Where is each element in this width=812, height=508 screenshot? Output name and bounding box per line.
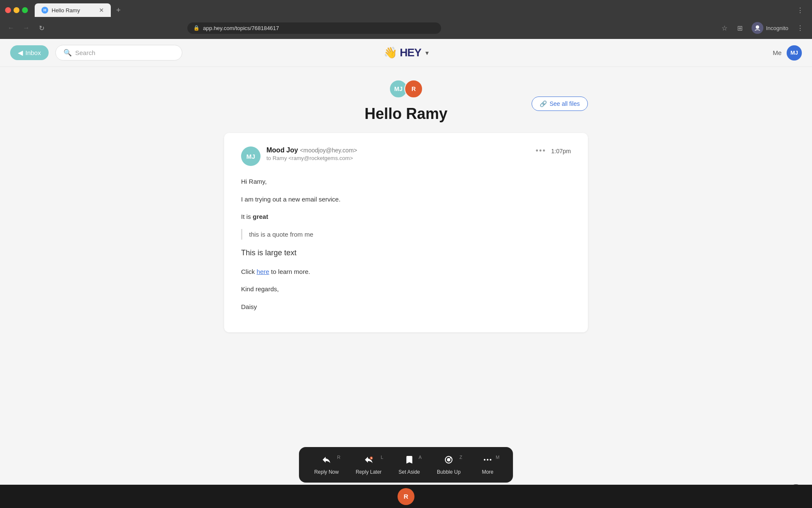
browser-chrome: H Hello Ramy ✕ + ⋮ ← → ↻ 🔒 app.hey.com/t…: [0, 0, 812, 39]
window-controls: [5, 7, 28, 13]
more-key: M: [496, 455, 499, 460]
svg-point-3: [447, 458, 450, 461]
bottom-toolbar: R Reply Now L Reply Later A Set Aside: [299, 447, 513, 483]
new-tab-button[interactable]: +: [112, 4, 124, 16]
more-label: More: [482, 469, 493, 475]
email-great-line: It is great: [241, 211, 571, 222]
bookmark-button[interactable]: ☆: [718, 21, 731, 35]
bottom-avatar: R: [398, 488, 414, 505]
participant-avatar-r: R: [404, 80, 423, 98]
close-tab-button[interactable]: ✕: [99, 7, 104, 14]
reply-now-icon: [321, 455, 332, 467]
active-tab[interactable]: H Hello Ramy ✕: [35, 3, 111, 17]
email-signoff: Kind regards,: [241, 284, 571, 295]
logo-text: HEY: [400, 46, 421, 59]
tab-title: Hello Ramy: [52, 7, 80, 14]
email-more-button[interactable]: •••: [535, 146, 546, 155]
inbox-label: Inbox: [25, 49, 41, 56]
email-quote: this is a quote from me: [241, 229, 571, 240]
user-avatar[interactable]: MJ: [787, 45, 802, 61]
see-all-files-button[interactable]: 🔗 See all files: [532, 97, 588, 111]
app-content: ◀ Inbox 🔍 Search 👋 HEY ▾ Me MJ 🔗 See all…: [0, 39, 812, 508]
back-button[interactable]: ←: [5, 22, 17, 34]
profile-icon: [752, 22, 763, 34]
sender-to: to Ramy <ramy@rocketgems.com>: [266, 155, 535, 161]
me-label: Me: [773, 49, 782, 56]
tab-menu-button[interactable]: ⋮: [793, 5, 807, 16]
minimize-window-button[interactable]: [14, 7, 19, 13]
reply-now-label: Reply Now: [314, 469, 339, 475]
url-text: app.hey.com/topics/768184617: [203, 25, 435, 31]
email-meta: ••• 1:07pm: [535, 146, 571, 155]
close-window-button[interactable]: [5, 7, 11, 13]
email-greeting: Hi Ramy,: [241, 176, 571, 187]
bold-great: great: [253, 213, 269, 220]
email-card: MJ Mood Joy <moodjoy@hey.com> to Ramy <r…: [224, 133, 588, 332]
address-bar: ← → ↻ 🔒 app.hey.com/topics/768184617 ☆ ⊞…: [0, 17, 812, 39]
svg-point-5: [484, 459, 486, 461]
reload-button[interactable]: ↻: [36, 22, 47, 34]
inbox-button[interactable]: ◀ Inbox: [10, 45, 49, 60]
set-aside-key: A: [419, 455, 422, 460]
sender-name: Mood Joy: [266, 146, 298, 154]
bubble-up-icon: [444, 455, 454, 467]
more-button[interactable]: M More: [471, 451, 505, 478]
hey-logo[interactable]: 👋 HEY ▾: [384, 46, 428, 59]
tab-favicon: H: [41, 7, 48, 14]
email-sender-name: Daisy: [241, 301, 571, 312]
set-aside-label: Set Aside: [398, 469, 420, 475]
paperclip-icon: 🔗: [540, 100, 547, 107]
reply-now-key: R: [337, 455, 340, 460]
profile-label: Incognito: [766, 25, 788, 31]
url-bar[interactable]: 🔒 app.hey.com/topics/768184617: [187, 22, 441, 34]
thread-area[interactable]: 🔗 See all files MJ R Hello Ramy MJ Mood …: [0, 67, 812, 508]
sender-name-line: Mood Joy <moodjoy@hey.com>: [266, 146, 535, 154]
email-intro: I am trying out a new email service.: [241, 194, 571, 205]
reply-later-label: Reply Later: [356, 469, 381, 475]
set-aside-icon: [404, 455, 414, 467]
sender-email: <moodjoy@hey.com>: [300, 147, 357, 154]
more-icon: [483, 455, 493, 467]
svg-point-6: [487, 459, 488, 461]
app-header: ◀ Inbox 🔍 Search 👋 HEY ▾ Me MJ: [0, 39, 812, 67]
email-time: 1:07pm: [551, 148, 571, 155]
thread-title: Hello Ramy: [365, 105, 447, 123]
maximize-window-button[interactable]: [22, 7, 28, 13]
reply-now-button[interactable]: R Reply Now: [307, 451, 346, 478]
extensions-button[interactable]: ⊞: [733, 21, 746, 35]
participants: MJ R: [389, 80, 423, 98]
browser-menu-button[interactable]: ⋮: [793, 21, 807, 35]
sender-avatar: MJ: [241, 146, 261, 166]
see-all-files-label: See all files: [549, 100, 580, 107]
email-body: Hi Ramy, I am trying out a new email ser…: [241, 176, 571, 312]
forward-button[interactable]: →: [20, 22, 32, 34]
svg-point-7: [490, 459, 491, 461]
search-icon: 🔍: [63, 49, 72, 57]
email-header: MJ Mood Joy <moodjoy@hey.com> to Ramy <r…: [241, 146, 571, 166]
search-placeholder: Search: [75, 49, 96, 56]
bubble-up-key: Z: [459, 455, 462, 460]
set-aside-button[interactable]: A Set Aside: [392, 451, 427, 478]
svg-point-4: [450, 457, 452, 458]
wave-icon: 👋: [384, 46, 397, 59]
reply-later-key: L: [381, 455, 383, 460]
sender-info: Mood Joy <moodjoy@hey.com> to Ramy <ramy…: [266, 146, 535, 161]
svg-point-0: [756, 25, 759, 29]
chevron-down-icon: ▾: [425, 50, 428, 56]
tab-bar: H Hello Ramy ✕ + ⋮: [0, 0, 812, 17]
email-large-text: This is large text: [241, 246, 571, 260]
lock-icon: 🔒: [193, 25, 200, 31]
reply-later-button[interactable]: L Reply Later: [349, 451, 388, 478]
header-right: Me MJ: [773, 45, 802, 61]
bottom-bar: R: [0, 485, 812, 508]
here-link[interactable]: here: [257, 268, 269, 275]
back-arrow-icon: ◀: [18, 49, 23, 57]
profile-area[interactable]: Incognito: [748, 20, 792, 36]
browser-toolbar-right: ☆ ⊞ Incognito ⋮: [718, 20, 807, 36]
bubble-up-button[interactable]: Z Bubble Up: [430, 451, 467, 478]
reply-later-icon: [364, 455, 374, 467]
search-bar[interactable]: 🔍 Search: [55, 45, 182, 61]
email-link-line: Click here to learn more.: [241, 266, 571, 277]
bubble-up-label: Bubble Up: [437, 469, 461, 475]
